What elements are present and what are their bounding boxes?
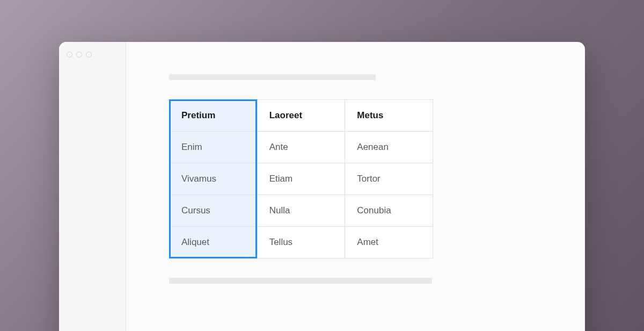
table-cell[interactable]: Aliquet <box>170 227 258 258</box>
sidebar <box>59 42 126 331</box>
app-window: Pretium Laoreet Metus Enim Ante Aenean V… <box>59 42 585 331</box>
table-row: Aliquet Tellus Amet <box>170 227 433 258</box>
table-row: Enim Ante Aenean <box>170 132 433 163</box>
table-cell[interactable]: Conubia <box>345 195 433 227</box>
table-cell[interactable]: Tellus <box>257 227 345 258</box>
placeholder-bar-top <box>169 74 376 80</box>
placeholder-bar-bottom <box>169 278 432 284</box>
table-header-row: Pretium Laoreet Metus <box>170 100 433 132</box>
data-table[interactable]: Pretium Laoreet Metus Enim Ante Aenean V… <box>169 99 433 258</box>
table-cell[interactable]: Etiam <box>257 163 345 195</box>
traffic-light-close-icon[interactable] <box>67 52 72 57</box>
table-header-cell[interactable]: Metus <box>345 100 433 132</box>
traffic-light-minimize-icon[interactable] <box>76 52 82 57</box>
table-row: Vivamus Etiam Tortor <box>170 163 433 195</box>
table-header-cell[interactable]: Laoreet <box>257 100 345 132</box>
table-cell[interactable]: Nulla <box>257 195 345 227</box>
table-header-cell[interactable]: Pretium <box>170 100 258 132</box>
table-cell[interactable]: Enim <box>170 132 258 163</box>
table-cell[interactable]: Aenean <box>345 132 433 163</box>
main-content: Pretium Laoreet Metus Enim Ante Aenean V… <box>126 42 585 331</box>
table-cell[interactable]: Cursus <box>170 195 258 227</box>
table-container: Pretium Laoreet Metus Enim Ante Aenean V… <box>169 99 433 258</box>
traffic-light-zoom-icon[interactable] <box>86 52 92 57</box>
table-cell[interactable]: Ante <box>257 132 345 163</box>
table-row: Cursus Nulla Conubia <box>170 195 433 227</box>
table-cell[interactable]: Amet <box>345 227 433 258</box>
table-cell[interactable]: Vivamus <box>170 163 258 195</box>
table-cell[interactable]: Tortor <box>345 163 433 195</box>
